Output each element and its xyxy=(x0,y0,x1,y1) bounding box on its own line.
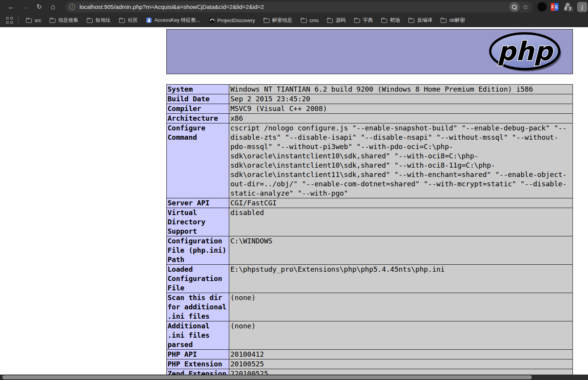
folder-icon xyxy=(327,19,333,23)
fe-extension-icon[interactable]: F E xyxy=(551,3,559,11)
fe-letter-f: F xyxy=(551,3,555,11)
row-value: 20100412 xyxy=(229,350,573,359)
folder-icon xyxy=(119,19,125,23)
accesskey-icon xyxy=(146,17,152,23)
black-circle-extension-icon[interactable] xyxy=(538,3,546,11)
folder-icon xyxy=(354,19,360,23)
row-label: Compiler xyxy=(167,104,229,114)
bookmark-star-icon[interactable] xyxy=(522,3,529,11)
horizontal-scrollbar-thumb[interactable] xyxy=(2,375,532,379)
row-label: Scan this dir for additional .ini files xyxy=(167,293,229,321)
row-value: C:\WINDOWS xyxy=(229,236,573,265)
row-value: (none) xyxy=(229,293,573,321)
bookmark-item[interactable]: 信息收集 xyxy=(45,15,83,26)
home-icon[interactable] xyxy=(47,2,59,12)
bookmark-item[interactable]: 短地址 xyxy=(83,15,115,26)
row-label: Loaded Configuration File xyxy=(167,265,229,293)
bookmark-label: src xyxy=(35,17,41,23)
horizontal-scrollbar[interactable] xyxy=(0,375,588,380)
table-row: Architecture x86 xyxy=(167,114,573,123)
row-label: Build Date xyxy=(167,94,229,104)
bookmarks-bar: src 信息收集 短地址 社区 xyxy=(0,14,588,27)
bookmark-item[interactable]: cms xyxy=(297,15,323,26)
url-input[interactable]: localhost:905/admin.php?m=Acquisi&a=show… xyxy=(80,3,509,10)
folder-icon xyxy=(264,19,270,23)
back-icon[interactable] xyxy=(5,2,17,12)
bookmark-label: 源码 xyxy=(336,17,346,24)
profile-avatar[interactable]: j xyxy=(577,2,587,12)
row-value: MSVC9 (Visual C++ 2008) xyxy=(229,104,573,114)
bookmark-item[interactable]: 解密信息 xyxy=(259,15,297,26)
row-value: 20100525 xyxy=(229,359,573,369)
row-label: PHP Extension xyxy=(167,359,229,369)
bookmark-item[interactable]: 社区 xyxy=(115,15,142,26)
bookmark-item[interactable]: 字典 xyxy=(350,15,377,26)
row-label: Additional .ini files parsed xyxy=(167,321,229,350)
row-label: PHP API xyxy=(167,350,229,359)
bookmark-label: 信息收集 xyxy=(58,17,78,24)
table-row: Build Date Sep 2 2015 23:45:20 xyxy=(167,94,573,104)
php-logo: php xyxy=(488,31,563,73)
bookmarks-separator xyxy=(18,17,19,24)
row-value: Sep 2 2015 23:45:20 xyxy=(229,94,573,104)
table-row: Server API CGI/FastCGI xyxy=(167,198,573,208)
phpinfo-table: System Windows NT TIANTIAN 6.2 build 920… xyxy=(166,84,573,379)
bookmark-item[interactable]: 反编译 xyxy=(404,15,436,26)
browser-toolbar: localhost:905/admin.php?m=Acquisi&a=show… xyxy=(0,0,588,14)
table-row: Virtual Directory Support disabled xyxy=(167,208,573,236)
extension-badge: 3 xyxy=(567,6,573,12)
bookmark-label: 社区 xyxy=(128,17,138,24)
folder-icon xyxy=(381,19,387,23)
folder-icon xyxy=(441,19,446,23)
bookmark-item[interactable]: 源码 xyxy=(323,15,350,26)
bookmark-label: cms xyxy=(310,17,319,23)
row-value: E:\phpstudy_pro\Extensions\php\php5.4.45… xyxy=(229,265,573,293)
folder-icon xyxy=(26,19,32,23)
svg-text:php: php xyxy=(497,36,553,66)
bookmark-label: ob解密 xyxy=(449,17,465,24)
apps-grid-icon[interactable] xyxy=(6,17,13,24)
row-value: (none) xyxy=(229,321,573,350)
bookmarks-list: src 信息收集 短地址 社区 xyxy=(22,15,469,26)
phpinfo-table-body: System Windows NT TIANTIAN 6.2 build 920… xyxy=(167,85,573,379)
bookmark-label: 靶场 xyxy=(390,17,400,24)
bookmark-label: 字典 xyxy=(363,17,373,24)
row-label: Architecture xyxy=(167,114,229,123)
fe-letter-e: E xyxy=(555,3,559,11)
bookmark-item[interactable]: ProjectDiscovery xyxy=(204,15,259,26)
row-label: Configuration File (php.ini) Path xyxy=(167,236,229,265)
forward-icon[interactable] xyxy=(19,2,31,12)
bookmark-label: AccessKey 特征整... xyxy=(154,17,200,24)
table-row: Loaded Configuration File E:\phpstudy_pr… xyxy=(167,265,573,293)
table-row: System Windows NT TIANTIAN 6.2 build 920… xyxy=(167,85,573,94)
site-info-icon[interactable] xyxy=(69,4,75,10)
bookmark-item[interactable]: AccessKey 特征整... xyxy=(142,15,204,26)
phpinfo-block: php System Windows NT TIANTIAN 6.2 build… xyxy=(166,29,573,379)
table-row: PHP API 20100412 xyxy=(167,350,573,359)
zoom-indicator-icon[interactable] xyxy=(509,2,519,12)
row-label: System xyxy=(167,85,229,94)
table-row: PHP Extension 20100525 xyxy=(167,359,573,369)
badged-extension-icon[interactable]: 3 xyxy=(563,2,572,12)
reload-icon[interactable] xyxy=(33,2,45,12)
bookmark-label: 反编译 xyxy=(417,17,432,24)
table-row: Additional .ini files parsed (none) xyxy=(167,321,573,350)
row-value: x86 xyxy=(229,114,573,123)
address-bar[interactable]: localhost:905/admin.php?m=Acquisi&a=show… xyxy=(65,2,533,12)
bookmark-item[interactable]: 靶场 xyxy=(377,15,404,26)
bookmark-label: ProjectDiscovery xyxy=(217,17,255,23)
bookmark-item[interactable]: ob解密 xyxy=(436,15,469,26)
phpinfo-header-banner: php xyxy=(166,29,573,74)
web-page: php System Windows NT TIANTIAN 6.2 build… xyxy=(0,28,588,380)
bookmark-label: 短地址 xyxy=(95,17,111,24)
row-value: cscript /nologo configure.js "--enable-s… xyxy=(229,123,573,198)
bookmark-item[interactable]: src xyxy=(22,15,45,26)
folder-icon xyxy=(50,19,55,23)
row-value: disabled xyxy=(229,208,573,236)
table-row: Configure Command cscript /nologo config… xyxy=(167,123,573,198)
folder-icon xyxy=(408,19,414,23)
folder-icon xyxy=(301,19,307,23)
table-row: Configuration File (php.ini) Path C:\WIN… xyxy=(167,236,573,265)
row-label: Virtual Directory Support xyxy=(167,208,229,236)
bookmark-label: 解密信息 xyxy=(272,17,292,24)
